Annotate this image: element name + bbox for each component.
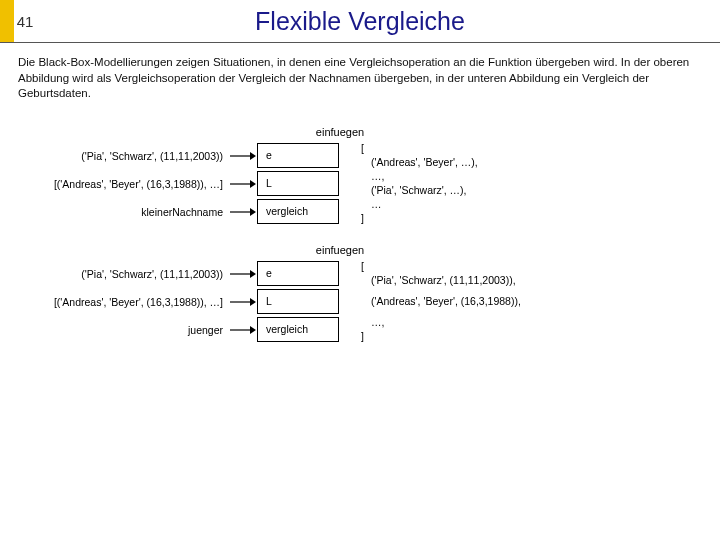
d1-out-line1: [ (361, 142, 702, 155)
diagram-bottom: einfuegen ('Pia', 'Schwarz', (11,11,2003… (0, 244, 720, 344)
d2-out-line3: ('Andreas', 'Beyer', (16,3,1988)), (361, 295, 702, 308)
slide-number-box: 41 (0, 0, 46, 42)
d2-out-line4: …, (361, 316, 702, 329)
d1-out-line4: ('Pia', 'Schwarz', …), (361, 184, 702, 197)
arrow-icon (229, 297, 257, 307)
d2-cell-e: e (257, 261, 339, 286)
svg-marker-5 (250, 208, 256, 216)
arrow-icon (229, 269, 257, 279)
arrow-icon (229, 151, 257, 161)
arrow-icon (229, 207, 257, 217)
d1-output: [ ('Andreas', 'Beyer', …), (339, 142, 702, 168)
d2-out-line2: ('Pia', 'Schwarz', (11,11,2003)), (361, 274, 702, 287)
d2-cell-vergleich: vergleich (257, 317, 339, 342)
d2-cell-L: L (257, 289, 339, 314)
d1-cell-vergleich: vergleich (257, 199, 339, 224)
slide-header: 41 Flexible Vergleiche (0, 0, 720, 43)
slide-number: 41 (13, 13, 34, 30)
diagram1-title: einfuegen (0, 126, 720, 138)
svg-marker-9 (250, 298, 256, 306)
d2-row1-left: ('Pia', 'Schwarz', (11,11,2003)) (18, 268, 229, 280)
diagram-top: einfuegen ('Pia', 'Schwarz', (11,11,2003… (0, 126, 720, 226)
d1-out-line6: ] (361, 212, 702, 225)
svg-marker-3 (250, 180, 256, 188)
d1-row3-left: kleinerNachname (18, 206, 229, 218)
arrow-icon (229, 325, 257, 335)
svg-marker-11 (250, 326, 256, 334)
d1-out-line2: ('Andreas', 'Beyer', …), (361, 156, 702, 169)
d2-out-line5: ] (361, 330, 702, 343)
d2-row3-left: juenger (18, 324, 229, 336)
slide-title: Flexible Vergleiche (46, 0, 720, 42)
d1-cell-e: e (257, 143, 339, 168)
d2-output: [ ('Pia', 'Schwarz', (11,11,2003)), (339, 260, 702, 286)
d1-out-line5: … (361, 198, 702, 211)
body-paragraph: Die Black-Box-Modellierungen zeigen Situ… (0, 43, 720, 108)
svg-marker-1 (250, 152, 256, 160)
diagram2-title: einfuegen (0, 244, 720, 256)
d1-out-line3: …, (361, 170, 702, 183)
d1-cell-L: L (257, 171, 339, 196)
d2-row2-left: [('Andreas', 'Beyer', (16,3,1988)), …] (18, 296, 229, 308)
arrow-icon (229, 179, 257, 189)
svg-marker-7 (250, 270, 256, 278)
d1-row1-left: ('Pia', 'Schwarz', (11,11,2003)) (18, 150, 229, 162)
d1-row2-left: [('Andreas', 'Beyer', (16,3,1988)), …] (18, 178, 229, 190)
d2-out-line1: [ (361, 260, 702, 273)
